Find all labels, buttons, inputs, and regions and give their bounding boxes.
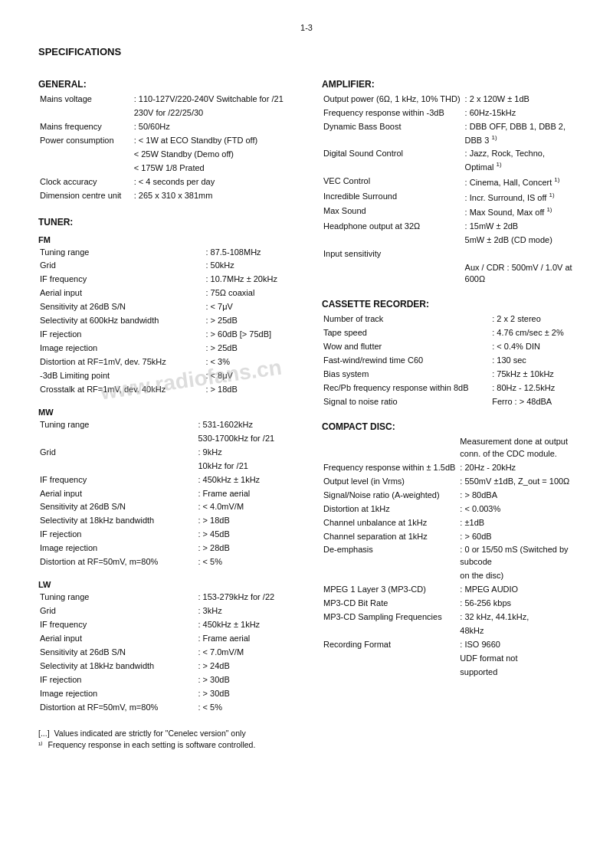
table-row: Number of track: 2 x 2 stereo [322,313,575,326]
table-row: 10kHz for /21 [38,460,299,473]
spec-value: : MPEG AUDIO [458,583,575,597]
table-row: Distortion at RF=1mV, dev. 75kHz: < 3% [38,355,299,369]
spec-value: : > 28dB [196,542,299,555]
spec-label [322,261,464,287]
spec-value: 5mW ± 2dB (CD mode) [464,234,575,247]
spec-label [38,106,133,120]
table-row: Sensitivity at 26dB S/N: < 7μV [38,300,299,314]
footnote-row: ¹⁾Frequency response in each setting is … [38,740,575,749]
spec-value: : 50kHz [204,259,299,273]
lw-subtitle: LW [38,580,299,589]
spec-label: Tuning range [38,591,196,604]
spec-label: Signal/Noise ratio (A-weighted) [322,489,458,503]
spec-value: 48kHz [458,624,575,638]
spec-label: Distortion at RF=50mV, m=80% [38,555,196,569]
spec-label: Image rejection [38,687,196,701]
spec-value: : > 30dB [196,687,299,701]
table-row: Sensitivity at 26dB S/N: < 7.0mV/M [38,646,299,660]
spec-label: IF rejection [38,328,204,342]
general-title: GENERAL: [38,79,299,90]
spec-value: : Incr. Surround, IS off 1) [464,190,575,205]
spec-label: Grid [38,446,196,460]
table-row: Aerial input: 75Ω coaxial [38,287,299,300]
spec-label: Aerial input [38,287,204,300]
spec-label: Mains frequency [38,120,133,134]
spec-label [322,666,458,680]
spec-label: Sensitivity at 26dB S/N [38,500,196,514]
spec-value: : Cinema, Hall, Concert 1) [464,175,575,190]
tuner-title: TUNER: [38,217,299,228]
spec-value: : > 45dB [196,528,299,542]
compact-disc-title: COMPACT DISC: [322,421,575,432]
table-row: Aux / CDR : 500mV / 1.0V at 600Ω [322,261,575,287]
spec-value: : 56-256 kbps [458,597,575,611]
spec-value: : DBB OFF, DBB 1, DBB 2, DBB 3 1) [464,120,575,148]
spec-value: Measurement done at output conn. of the … [458,435,575,461]
cassette-title: CASSETTE RECORDER: [322,299,575,310]
spec-label: Frequency response within -3dB [322,106,464,120]
table-row: Selectivity at 18kHz bandwidth: > 24dB [38,660,299,673]
two-column-layout: GENERAL: Mains voltage: 110-127V/220-240… [38,65,575,715]
table-row: IF rejection: > 45dB [38,528,299,542]
spec-label [322,652,458,666]
table-row: < 25W Standby (Demo off) [38,148,299,162]
spec-label: De-emphasis [322,543,458,569]
spec-value: : > 25dB [204,314,299,328]
spec-value: : 60Hz-15kHz [464,106,575,120]
spec-value: : < 0.4% DIN [490,340,575,354]
amplifier-title: AMPLIFIER: [322,79,575,90]
spec-value: : < 5% [196,555,299,569]
spec-value: : Jazz, Rock, Techno, Optimal 1) [464,147,575,175]
spec-value: : < 8μV [204,369,299,383]
table-row: Digital Sound Control: Jazz, Rock, Techn… [322,147,575,175]
spec-label [322,624,458,638]
footnote-text: Values indicated are strictly for "Cenel… [54,729,246,738]
spec-value: 10kHz for /21 [196,460,299,473]
left-column: GENERAL: Mains voltage: 110-127V/220-240… [38,65,299,715]
table-row: Measurement done at output conn. of the … [322,435,575,461]
spec-label: Rec/Pb frequency response within 8dB [322,382,490,395]
spec-label [38,148,133,162]
spec-label: Clock accuracy [38,175,133,189]
spec-value: : 87.5-108MHz [204,246,299,260]
table-row: Aerial input: Frame aerial [38,632,299,646]
spec-value: : < 1W at ECO Standby (FTD off) [133,134,299,148]
table-row: Selectivity at 18kHz bandwidth: > 18dB [38,514,299,528]
footnotes-section: [...]Values indicated are strictly for "… [38,729,575,749]
spec-label: MP3-CD Bit Rate [322,597,458,611]
table-row: IF frequency: 450kHz ± 1kHz [38,618,299,632]
spec-value: : 130 sec [490,354,575,368]
table-row: Tuning range: 87.5-108MHz [38,246,299,260]
spec-value: supported [458,666,575,680]
table-row: Output level (in Vrms): 550mV ±1dB, Z_ou… [322,475,575,489]
spec-value: : > 24dB [196,660,299,673]
spec-value: : < 7μV [204,300,299,314]
spec-value: UDF format not [458,652,575,666]
spec-value: : 15mW ± 2dB [464,220,575,234]
spec-value: : 20Hz - 20kHz [458,461,575,475]
table-row: Rec/Pb frequency response within 8dB: 80… [322,382,575,395]
spec-value: : > 60dB [458,530,575,544]
spec-value: : < 4.0mV/M [196,500,299,514]
footnote-marker: ¹⁾ [38,740,44,749]
spec-label: Tuning range [38,246,204,260]
spec-label: Digital Sound Control [322,147,464,175]
table-row: Clock accuracy: < 4 seconds per day [38,175,299,189]
table-row: Grid: 9kHz [38,446,299,460]
table-row: UDF format not [322,652,575,666]
spec-label: Power consumption [38,134,133,148]
table-row: MP3-CD Sampling Frequencies: 32 kHz, 44.… [322,611,575,624]
spec-label: IF rejection [38,673,196,687]
spec-label: Input sensitivity [322,247,464,261]
table-row: Image rejection: > 28dB [38,542,299,555]
table-row: Headphone output at 32Ω: 15mW ± 2dB [322,220,575,234]
mw-subtitle: MW [38,408,299,417]
table-row: Aerial input: Frame aerial [38,487,299,501]
table-row: Channel separation at 1kHz: > 60dB [322,530,575,544]
spec-value: : > 30dB [196,673,299,687]
spec-value: : Max Sound, Max off 1) [464,205,575,220]
table-row: MPEG 1 Layer 3 (MP3-CD): MPEG AUDIO [322,583,575,597]
spec-value: : 50/60Hz [133,120,299,134]
spec-value: : > 60dB [> 75dB] [204,328,299,342]
spec-value: : > 80dBA [458,489,575,503]
